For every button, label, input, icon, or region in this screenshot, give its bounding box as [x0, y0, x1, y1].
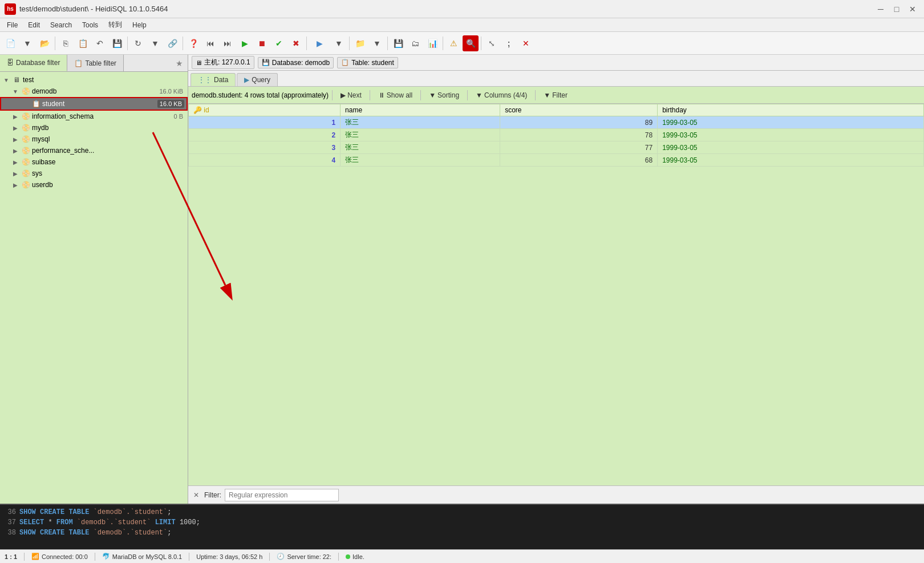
tree-item-perf-schema[interactable]: ▶ 📀 performance_sche... — [0, 145, 188, 156]
minimize-button[interactable]: ─ — [874, 3, 887, 15]
toolbar-run-down-btn[interactable]: ▼ — [331, 35, 347, 51]
tree-item-test[interactable]: ▼ 🖥 test — [0, 74, 188, 86]
menu-edit[interactable]: Edit — [23, 20, 44, 30]
conn-host[interactable]: 🖥 主机: 127.0.0.1 — [192, 56, 254, 69]
expand-info-schema[interactable]: ▶ — [11, 112, 19, 120]
toolbar-search-btn[interactable]: 🔍 — [463, 35, 479, 51]
toolbar-prev-btn[interactable]: ⏮ — [202, 35, 218, 51]
expand-mysql[interactable]: ▶ — [11, 135, 19, 143]
tab-database-filter[interactable]: 🗄 Database filter — [0, 55, 67, 71]
maximize-button[interactable]: □ — [890, 3, 903, 15]
tab-query-label: Query — [252, 76, 270, 84]
nav-next-button[interactable]: ▶ Next — [336, 90, 366, 100]
menu-help[interactable]: Help — [128, 20, 151, 30]
nav-columns-button[interactable]: ▼ Columns (4/4) — [471, 90, 532, 100]
tree-item-mysql[interactable]: ▶ 📀 mysql — [0, 133, 188, 145]
col-header-name[interactable]: name — [341, 104, 500, 116]
toolbar-close-x-btn[interactable]: ✕ — [518, 35, 534, 51]
toolbar-check-btn[interactable]: ✔ — [271, 35, 287, 51]
sql-linenum: 38 — [5, 528, 16, 538]
toolbar-undo-btn[interactable]: ↶ — [92, 35, 108, 51]
toolbar-export-btn[interactable]: ⤡ — [484, 35, 500, 51]
nav-sep2 — [370, 90, 370, 100]
col-header-id[interactable]: 🔑 id — [189, 104, 341, 116]
col-header-score[interactable]: score — [500, 104, 658, 116]
col-header-birthday[interactable]: birthday — [658, 104, 924, 116]
toolbar-open-btn[interactable]: 📂 — [37, 35, 52, 51]
expand-demodb[interactable]: ▼ — [11, 87, 19, 95]
toolbar-connect-btn[interactable]: 🔗 — [164, 35, 180, 51]
toolbar-folder-btn[interactable]: 📁 — [352, 35, 368, 51]
toolbar-paste-btn[interactable]: 📋 — [75, 35, 91, 51]
nav-showall-button[interactable]: ⏸ Show all — [374, 90, 417, 100]
toolbar-file-btn[interactable]: ▼ — [369, 35, 385, 51]
sql-text: ; — [167, 529, 171, 537]
toolbar-sep8 — [481, 37, 481, 50]
tree-item-information-schema[interactable]: ▶ 📀 information_schema 0 B — [0, 111, 188, 122]
toolbar-run-btn[interactable]: ▶ — [309, 35, 330, 51]
expand-perf-schema[interactable]: ▶ — [11, 147, 19, 155]
expand-test[interactable]: ▼ — [2, 76, 10, 84]
db-icon-demodb: 📀 — [21, 87, 30, 96]
toolbar-copy-btn[interactable]: ⎘ — [58, 35, 74, 51]
toolbar-sep6 — [387, 37, 388, 50]
toolbar-down-btn[interactable]: ▼ — [19, 35, 35, 51]
tab-data[interactable]: ⋮⋮ Data — [191, 73, 236, 86]
toolbar-play-btn[interactable]: ▶ — [237, 35, 253, 51]
tree-label-student: student — [42, 100, 156, 108]
tab-table-filter[interactable]: 📋 Table filter — [67, 55, 124, 71]
tab-query[interactable]: ▶ Query — [237, 73, 278, 86]
titlebar-left: hs test/demodb\student\ - HeidiSQL 10.1.… — [5, 3, 168, 15]
tree-label-suibase: suibase — [32, 158, 185, 166]
sql-keyword: LIMIT — [151, 519, 175, 526]
toolbar-table-btn[interactable]: 📊 — [424, 35, 440, 51]
tree-item-userdb[interactable]: ▶ 📀 userdb — [0, 179, 188, 191]
expand-userdb[interactable]: ▶ — [11, 181, 19, 189]
toolbar-cancel-btn[interactable]: ✖ — [288, 35, 304, 51]
sql-line: 37SELECT * FROM `demodb`.`student` LIMIT… — [5, 517, 919, 528]
menu-goto[interactable]: 转到 — [104, 19, 127, 31]
toolbar-save-btn[interactable]: 💾 — [109, 35, 125, 51]
menu-file[interactable]: File — [2, 20, 22, 30]
expand-mydb[interactable]: ▶ — [11, 124, 19, 132]
close-button[interactable]: ✕ — [906, 3, 919, 15]
tree-item-demodb[interactable]: ▼ 📀 demodb 16.0 KiB — [0, 86, 188, 97]
sidebar-star-button[interactable]: ★ — [171, 55, 188, 71]
nav-sep5 — [535, 90, 536, 100]
status-position: 1 : 1 — [5, 553, 17, 560]
conn-table[interactable]: 📋 Table: student — [337, 57, 398, 68]
table-row[interactable]: 1张三891999-03-05 — [189, 116, 924, 129]
sql-editor[interactable]: 36SHOW CREATE TABLE `demodb`.`student`;3… — [0, 504, 924, 549]
toolbar-help-btn[interactable]: ❓ — [185, 35, 201, 51]
nav-sorting-button[interactable]: ▼ Sorting — [424, 90, 464, 100]
expand-suibase[interactable]: ▶ — [11, 158, 19, 166]
nav-sep4 — [467, 90, 468, 100]
tree-size-info-schema: 0 B — [173, 113, 185, 120]
menu-tools[interactable]: Tools — [78, 20, 103, 30]
toolbar-disk-btn[interactable]: 💾 — [390, 35, 406, 51]
tree-item-mydb[interactable]: ▶ 📀 mydb — [0, 122, 188, 133]
toolbar-refresh-btn[interactable]: ↻ — [130, 35, 146, 51]
toolbar-stop-btn[interactable]: ⏹ — [254, 35, 270, 51]
conn-database[interactable]: 💾 Database: demodb — [258, 57, 334, 68]
table-row[interactable]: 3张三771999-03-05 — [189, 141, 924, 154]
expand-sys[interactable]: ▶ — [11, 169, 19, 177]
filter-input[interactable] — [225, 489, 339, 501]
table-row[interactable]: 2张三781999-03-05 — [189, 129, 924, 141]
toolbar-new-btn[interactable]: 📄 — [2, 35, 18, 51]
toolbar-warning-btn[interactable]: ⚠ — [445, 35, 461, 51]
toolbar-semicolon-btn[interactable]: ; — [501, 35, 517, 51]
cell-score: 89 — [500, 116, 658, 129]
tree-item-student[interactable]: 📋 student 16.0 KB — [0, 97, 188, 111]
toolbar-next-btn[interactable]: ⏭ — [220, 35, 236, 51]
tree-item-suibase[interactable]: ▶ 📀 suibase — [0, 156, 188, 168]
filter-close-button[interactable]: ✕ — [192, 491, 201, 500]
menu-search[interactable]: Search — [46, 20, 76, 30]
toolbar-db-btn[interactable]: 🗂 — [407, 35, 423, 51]
cell-score: 68 — [500, 154, 658, 167]
toolbar-refresh-down-btn[interactable]: ▼ — [147, 35, 163, 51]
tree-label-sys: sys — [32, 169, 185, 177]
nav-filter-button[interactable]: ▼ Filter — [539, 90, 572, 100]
tree-item-sys[interactable]: ▶ 📀 sys — [0, 168, 188, 179]
table-row[interactable]: 4张三681999-03-05 — [189, 154, 924, 167]
